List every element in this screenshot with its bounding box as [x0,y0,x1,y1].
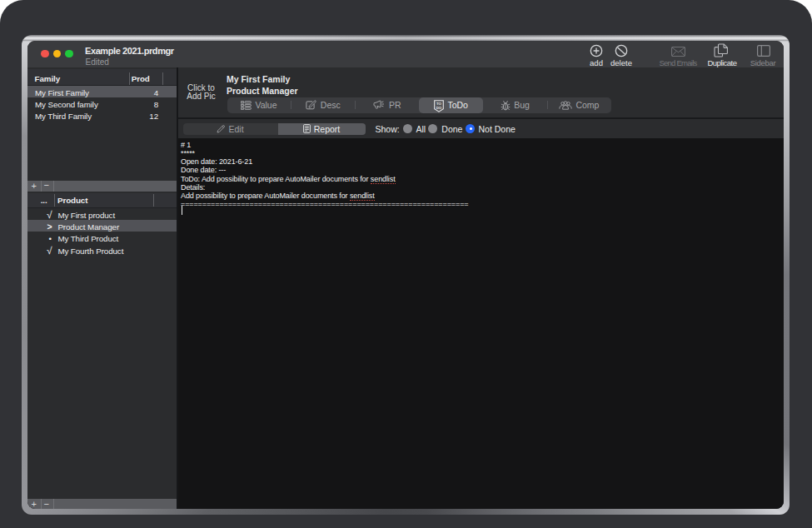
svg-text:DO: DO [436,105,442,109]
